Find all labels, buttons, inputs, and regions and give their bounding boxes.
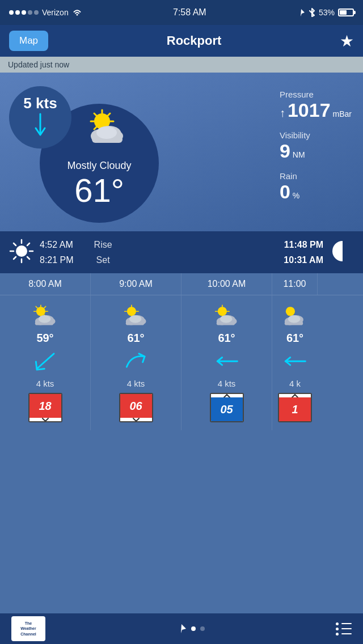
carrier-label: Verizon [42,8,69,17]
menu-icon[interactable] [336,622,352,635]
svg-point-42 [126,307,136,316]
hourly-item-3: 61° 4 k 1 [272,295,318,430]
visibility-unit: NM [293,150,305,159]
svg-line-22 [27,257,29,259]
svg-point-15 [96,126,117,139]
location-icon [297,9,305,16]
rise-set-labels: Rise Set [94,237,112,268]
wind-speed: 5 kts [23,95,57,112]
moon-svg [331,240,354,262]
moonrise-time: 11:48 PM [121,237,323,252]
svg-rect-26 [343,241,353,261]
svg-line-21 [14,243,16,245]
logo-line1: The [25,621,32,625]
hour-header-1: 9:00 AM [91,273,182,295]
hourly-tide-1: 06 [119,393,153,422]
status-time: 7:58 AM [173,7,206,18]
svg-line-41 [37,354,54,369]
svg-point-67 [288,315,301,323]
wind-circle: 5 kts [9,86,71,149]
status-left: Verizon [9,8,82,17]
nav-title: Rockport [167,33,222,48]
hourly-temp-0: 59° [36,332,53,345]
page-indicators [176,624,205,634]
svg-line-9 [108,113,110,116]
sun-svg [9,239,34,264]
tide-value-2: 05 [211,397,243,421]
hourly-header: 8:00 AM 9:00 AM 10:00 AM 11:00 [0,273,363,295]
set-label: Set [94,252,112,268]
tide-value-3: 1 [279,397,311,421]
visibility-label: Visibility [280,130,352,140]
hourly-tide-3: 1 [278,393,312,422]
pressure-label: Pressure [280,90,352,99]
condition-text: Mostly Cloudy [67,160,131,172]
hourly-item-1: 61° 4 kts 06 [91,295,182,430]
hourly-tide-2: 05 [210,393,244,422]
bluetooth-icon [309,8,315,17]
signal-dots [9,10,39,15]
moonset-time: 10:31 AM [121,252,323,268]
rain-stat: Rain 0 % [280,171,352,203]
status-right: 53% [297,8,354,17]
sunset-time: 8:21 PM [40,252,74,268]
svg-line-7 [94,113,96,116]
updated-text: Updated just now [8,60,69,69]
svg-line-35 [44,307,45,308]
battery-label: 53% [319,8,335,17]
updated-bar: Updated just now [0,57,363,73]
visibility-value: 9 [280,140,290,162]
hourly-tide-0: 18 [28,393,62,422]
hourly-wind-arrow-0 [31,349,60,374]
hour-header-3: 11:00 [272,273,318,295]
map-button[interactable]: Map [9,31,48,51]
hourly-wind-1: 4 kts [127,379,145,388]
wifi-icon [72,9,82,16]
sunrise-time: 4:52 AM [40,237,74,252]
sun-icon [9,239,34,266]
temperature-large: 61° [74,174,124,207]
hourly-section: 8:00 AM 9:00 AM 10:00 AM 11:00 [0,273,363,430]
hourly-wind-2: 4 kts [218,379,236,388]
pressure-unit: mBar [333,109,352,118]
hourly-icon-0 [30,303,61,327]
weather-condition-icon [84,108,129,152]
hourly-wind-0: 4 kts [36,379,54,388]
moon-times: 11:48 PM 10:31 AM [121,237,323,268]
svg-point-52 [217,307,226,316]
tide-down-arrow-0 [41,417,49,422]
pressure-value: 1017 [288,99,331,121]
hourly-wind-3: 4 k [289,379,301,388]
weather-main: 5 kts Mostly Cloudy 61° [0,73,363,231]
hourly-wind-arrow-2 [213,349,241,374]
favorite-star-icon[interactable]: ★ [340,32,354,50]
rain-unit: % [293,191,299,200]
location-arrow-icon[interactable] [176,624,187,634]
page-dot-active [191,626,196,631]
logo-line2: Weather [20,626,36,630]
bottom-bar: The Weather Channel [0,613,363,644]
wind-direction-arrow [32,111,49,139]
hourly-item-0: 59° 4 kts 18 [0,295,91,430]
hour-header-0: 8:00 AM [0,273,91,295]
page-dot-inactive [200,626,205,631]
twc-logo: The Weather Channel [11,616,45,641]
hourly-wind-arrow-1 [122,349,150,374]
hourly-item-2: 61° 4 kts 05 [182,295,272,430]
rain-value: 0 [280,181,290,203]
rise-label: Rise [94,237,112,252]
hourly-temp-2: 61° [218,332,235,345]
nav-bar: Map Rockport ★ [0,25,363,57]
hourly-icon-3 [280,303,310,327]
svg-line-24 [14,257,16,259]
moon-icon [331,240,354,265]
svg-rect-27 [353,241,354,261]
hour-header-2: 10:00 AM [182,273,272,295]
svg-line-23 [27,243,29,245]
svg-line-33 [36,307,37,308]
svg-point-16 [16,245,27,257]
svg-point-61 [220,315,232,323]
pressure-stat: Pressure ↑ 1017 mBar [280,90,352,121]
tide-value-0: 18 [29,394,61,418]
svg-point-0 [76,14,78,16]
